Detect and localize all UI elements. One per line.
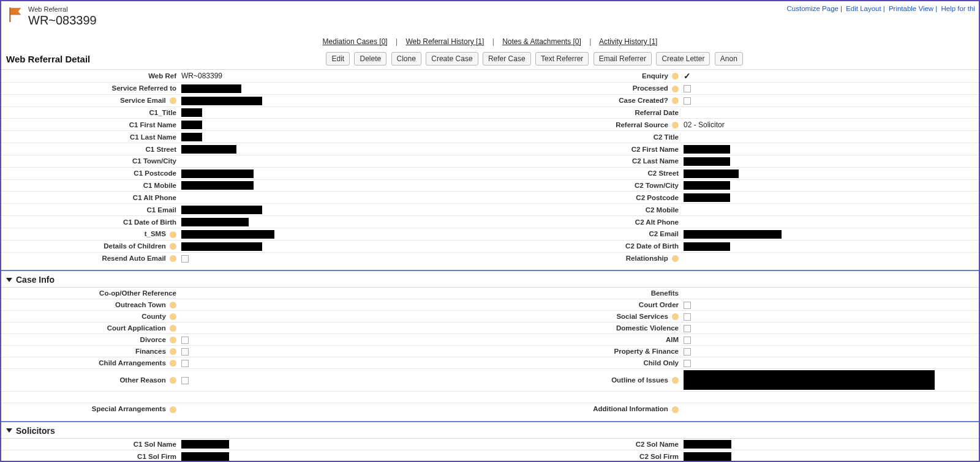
field-label: Child Arrangements bbox=[1, 357, 179, 369]
help-icon[interactable] bbox=[170, 377, 176, 384]
field-label: Referral Date bbox=[473, 106, 681, 119]
redacted-value bbox=[181, 84, 241, 93]
help-icon[interactable] bbox=[672, 255, 679, 262]
field-label: C1 Sol Firm bbox=[1, 450, 179, 462]
table-row: Web RefWR~083399Enquiry ✓ bbox=[1, 70, 979, 83]
checkbox-icon bbox=[684, 337, 691, 344]
related-web-referral-history[interactable]: Web Referral History [1] bbox=[405, 37, 484, 46]
table-row: C1 Sol NameC2 Sol Name bbox=[1, 438, 979, 450]
help-icon[interactable] bbox=[170, 313, 176, 320]
edit-layout-link[interactable]: Edit Layout bbox=[846, 5, 881, 12]
table-row: Special Arrangements Additional Informat… bbox=[1, 403, 979, 415]
field-value-cell bbox=[179, 357, 473, 369]
field-value-cell bbox=[179, 94, 473, 106]
field-label: County bbox=[1, 311, 179, 322]
solicitors-section-header[interactable]: Solicitors bbox=[1, 421, 979, 438]
help-icon[interactable] bbox=[672, 406, 679, 413]
svg-rect-0 bbox=[9, 7, 10, 22]
help-icon[interactable] bbox=[170, 348, 176, 355]
table-row: C1 Last NameC2 Title bbox=[1, 131, 979, 143]
field-value-cell bbox=[179, 155, 473, 167]
field-value-cell bbox=[681, 94, 979, 106]
related-activity-history[interactable]: Activity History [1] bbox=[599, 37, 657, 46]
redacted-value bbox=[181, 440, 229, 449]
field-label: Finances bbox=[1, 346, 179, 357]
related-lists-nav: Mediation Cases [0] | Web Referral Histo… bbox=[1, 37, 979, 46]
clone-button[interactable]: Clone bbox=[391, 52, 421, 65]
field-value-cell: ✓ bbox=[681, 70, 979, 83]
detail-button-row: Edit Delete Clone Create Case Refer Case… bbox=[90, 52, 979, 65]
help-link[interactable]: Help for thi bbox=[941, 5, 975, 12]
field-value-cell bbox=[179, 240, 473, 252]
help-icon[interactable] bbox=[170, 97, 176, 104]
field-label: C1 Date of Birth bbox=[1, 216, 179, 228]
help-icon[interactable] bbox=[672, 73, 679, 80]
help-icon[interactable] bbox=[672, 86, 679, 92]
redacted-value bbox=[181, 242, 262, 251]
field-label: Additional Information bbox=[473, 403, 681, 415]
help-icon[interactable] bbox=[170, 255, 176, 262]
table-row: t_SMS C2 Email bbox=[1, 228, 979, 240]
create-letter-button[interactable]: Create Letter bbox=[656, 52, 710, 65]
redacted-value bbox=[684, 181, 730, 190]
solicitors-table: C1 Sol NameC2 Sol NameC1 Sol FirmC2 Sol … bbox=[1, 438, 979, 462]
edit-button[interactable]: Edit bbox=[326, 52, 350, 65]
delete-button[interactable]: Delete bbox=[354, 52, 386, 65]
table-row: C1_TitleReferral Date bbox=[1, 106, 979, 119]
field-label: C1 First Name bbox=[1, 119, 179, 131]
field-label: C1 Sol Name bbox=[1, 438, 179, 450]
help-icon[interactable] bbox=[170, 325, 176, 332]
redacted-value bbox=[684, 145, 730, 154]
help-icon[interactable] bbox=[170, 406, 176, 413]
checkbox-icon bbox=[181, 337, 189, 344]
help-icon[interactable] bbox=[170, 231, 176, 238]
field-value-cell bbox=[179, 106, 473, 119]
field-label: AIM bbox=[473, 334, 681, 346]
help-icon[interactable] bbox=[170, 337, 176, 343]
redacted-value bbox=[181, 97, 262, 105]
field-value-cell bbox=[681, 106, 979, 119]
field-value-cell bbox=[681, 131, 979, 143]
case-info-section-header[interactable]: Case Info bbox=[1, 270, 979, 287]
field-value-cell bbox=[681, 216, 979, 228]
field-value-cell bbox=[179, 167, 473, 179]
field-value-cell bbox=[179, 311, 473, 322]
text-referrer-button[interactable]: Text Referrer bbox=[535, 52, 589, 65]
field-label: C1 Email bbox=[1, 204, 179, 216]
help-icon[interactable] bbox=[170, 243, 176, 250]
help-icon[interactable] bbox=[672, 97, 679, 104]
refer-case-button[interactable]: Refer Case bbox=[483, 52, 531, 65]
help-icon[interactable] bbox=[672, 122, 679, 129]
field-value-cell bbox=[179, 438, 473, 450]
detail-section-title: Web Referral Detail bbox=[6, 54, 90, 64]
redacted-value bbox=[684, 370, 935, 390]
checkbox-icon bbox=[181, 377, 189, 384]
field-label: Outreach Town bbox=[1, 299, 179, 311]
email-referrer-button[interactable]: Email Referrer bbox=[594, 52, 652, 65]
field-value-cell bbox=[179, 346, 473, 357]
field-label: C1 Street bbox=[1, 143, 179, 155]
field-value-cell bbox=[179, 228, 473, 240]
help-icon[interactable] bbox=[672, 377, 679, 384]
checkbox-icon bbox=[181, 255, 189, 263]
table-row bbox=[1, 392, 979, 403]
field-label: C2 Date of Birth bbox=[473, 240, 681, 252]
help-icon[interactable] bbox=[170, 302, 176, 308]
redacted-value bbox=[181, 206, 262, 214]
related-mediation-cases[interactable]: Mediation Cases [0] bbox=[323, 37, 388, 46]
related-notes-attachments[interactable]: Notes & Attachments [0] bbox=[502, 37, 581, 46]
printable-view-link[interactable]: Printable View bbox=[889, 5, 933, 12]
help-icon[interactable] bbox=[672, 313, 679, 320]
customize-page-link[interactable]: Customize Page bbox=[787, 5, 839, 12]
field-label: Social Services bbox=[473, 311, 681, 322]
table-row: C1 EmailC2 Mobile bbox=[1, 204, 979, 216]
anon-button[interactable]: Anon bbox=[715, 52, 743, 65]
flag-icon bbox=[7, 6, 23, 22]
field-value-cell bbox=[681, 83, 979, 95]
checkmark-icon: ✓ bbox=[684, 71, 691, 81]
field-label: Divorce bbox=[1, 334, 179, 346]
field-value-cell: WR~083399 bbox=[179, 70, 473, 83]
help-icon[interactable] bbox=[170, 360, 176, 367]
table-row: Finances Property & Finance bbox=[1, 346, 979, 357]
create-case-button[interactable]: Create Case bbox=[426, 52, 478, 65]
